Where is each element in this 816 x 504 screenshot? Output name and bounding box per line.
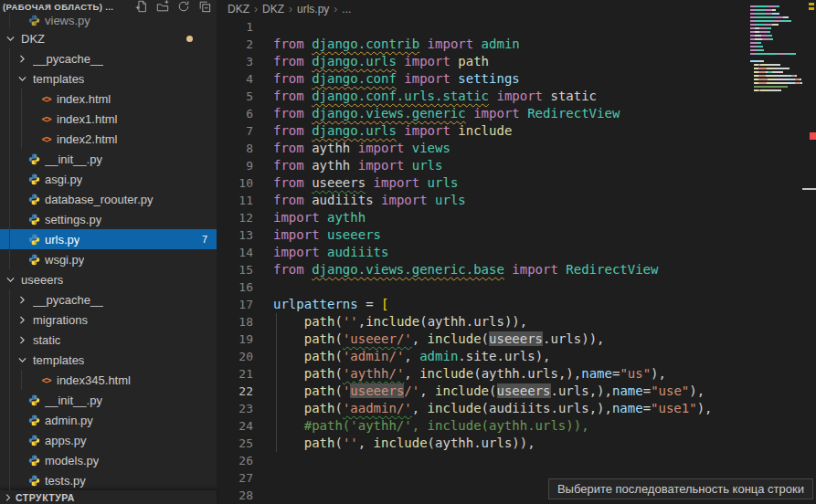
indent-guide (9, 470, 10, 490)
eol-tooltip: Выберите последовательность конца строки (548, 478, 813, 499)
python-file-icon (27, 415, 41, 426)
line-number: 14 (217, 244, 253, 261)
code-line-9[interactable]: 9from aythh import urls (217, 157, 816, 174)
line-number: 20 (217, 348, 253, 365)
code-line-12[interactable]: 12import aythh (217, 209, 816, 226)
chevron-right-icon[interactable] (16, 314, 29, 326)
line-content: path('useeer/', include(useeers.urls)), (273, 331, 605, 348)
python-file-icon (27, 254, 41, 266)
code-line-15[interactable]: 15from django.views.generic.base import … (217, 261, 816, 278)
indent-guide (9, 289, 10, 310)
code-line-8[interactable]: 8from aythh import views (217, 140, 816, 157)
tree-item-settings-py[interactable]: settings.py (0, 209, 217, 229)
chevron-right-icon[interactable] (16, 334, 29, 346)
code-line-23[interactable]: 23 path('aadmin/', include(audiiits.urls… (217, 400, 816, 417)
code-line-11[interactable]: 11from audiiits import urls (217, 192, 816, 209)
breadcrumb-item[interactable]: ... (342, 3, 351, 16)
code-line-6[interactable]: 6from django.views.generic import Redire… (217, 105, 816, 122)
tree-item-init-py[interactable]: __init__.py (0, 390, 217, 410)
code-line-24[interactable]: 24 #path('aythh/', include(aythh.urls)), (217, 417, 816, 435)
code-line-3[interactable]: 3from django.urls import path (217, 53, 816, 70)
tree-item-index2-html[interactable]: <>index2.html (0, 129, 217, 149)
tree-item-templates[interactable]: templates (0, 68, 217, 89)
breadcrumb-item[interactable]: DKZ (228, 3, 249, 16)
tree-item-migrations[interactable]: migrations (0, 310, 217, 330)
tree-item-tests-py[interactable]: tests.py (0, 470, 217, 490)
code-line-21[interactable]: 21 path('aythh/', include(aythh.urls,),n… (217, 365, 816, 383)
code-line-18[interactable]: 18 path('',include(aythh.urls)), (217, 313, 816, 331)
line-content: path('',include(aythh.urls)), (273, 313, 527, 331)
new-folder-icon[interactable] (156, 0, 169, 13)
code-line-14[interactable]: 14import audiiits (217, 244, 816, 261)
code-line-26[interactable]: 26 (217, 452, 816, 469)
tree-item-views-py[interactable]: views.py (0, 13, 217, 28)
code-line-22[interactable]: 22 path('useeers/', include(useeers.urls… (217, 383, 816, 400)
line-number: 21 (217, 365, 253, 383)
tree-item-pycache[interactable]: __pycache__ (0, 48, 217, 68)
code-area[interactable]: 12from django.contrib import admin3from … (217, 18, 816, 504)
refresh-icon[interactable] (177, 0, 190, 13)
minimap[interactable] (750, 2, 807, 104)
tree-item-wsgi-py[interactable]: wsgi.py (0, 249, 217, 269)
code-line-4[interactable]: 4from django.conf import settings (217, 70, 816, 88)
indent-guide (21, 129, 22, 149)
outline-section-header[interactable]: СТРУКТУРА (0, 490, 217, 504)
collapse-all-icon[interactable] (198, 0, 211, 13)
tree-item-asgi-py[interactable]: asgi.py (0, 169, 217, 189)
tree-item-apps-py[interactable]: apps.py (0, 430, 217, 450)
tree-item-admin-py[interactable]: admin.py (0, 410, 217, 430)
code-line-25[interactable]: 25 path('', include(aythh.urls)), (217, 435, 816, 452)
indent-guide (9, 109, 10, 129)
minimap-line (750, 2, 807, 4)
python-file-icon (27, 194, 41, 205)
chevron-down-icon[interactable] (16, 354, 29, 366)
code-line-17[interactable]: 17urlpatterns = [ (217, 296, 816, 313)
code-line-16[interactable]: 16 (217, 278, 816, 296)
line-content: from django.conf import settings (273, 70, 520, 88)
code-line-13[interactable]: 13import useeers (217, 226, 816, 244)
indent-guide (9, 310, 10, 330)
breadcrumb-item[interactable]: DKZ (262, 3, 284, 16)
code-line-7[interactable]: 7from django.urls import include (217, 122, 816, 140)
tree-item-templates[interactable]: templates (0, 350, 217, 370)
chevron-right-icon[interactable] (16, 53, 29, 65)
code-line-5[interactable]: 5from django.conf.urls.static import sta… (217, 88, 816, 105)
line-content: path('aythh/', include(aythh.urls,),name… (273, 365, 666, 383)
vscode-window: (РАБОЧАЯ ОБЛАСТЬ) ... views.pyDKZ__pycac… (0, 0, 816, 504)
line-number: 12 (217, 209, 253, 226)
code-line-20[interactable]: 20 path('admin/', admin.site.urls), (217, 348, 816, 365)
line-number: 7 (217, 122, 253, 140)
python-file-icon (27, 234, 41, 246)
tree-item-index345-html[interactable]: <>index345.html (0, 370, 217, 390)
file-name: apps.py (45, 434, 87, 447)
tree-item-dkz[interactable]: DKZ (0, 28, 217, 48)
line-number: 2 (217, 36, 253, 53)
chevron-down-icon[interactable] (4, 33, 17, 45)
chevron-right-icon[interactable] (16, 294, 29, 306)
chevron-down-icon[interactable] (16, 73, 29, 85)
tree-item-pycache[interactable]: __pycache__ (0, 289, 217, 310)
tree-item-urls-py[interactable]: urls.py7 (0, 229, 217, 249)
code-line-19[interactable]: 19 path('useeer/', include(useeers.urls)… (217, 331, 816, 348)
tree-item-static[interactable]: static (0, 330, 217, 350)
new-file-icon[interactable] (135, 0, 148, 13)
tree-item-index-html[interactable]: <>index.html (0, 89, 217, 109)
tree-item-models-py[interactable]: models.py (0, 450, 217, 470)
breadcrumb-item[interactable]: urls.py (297, 3, 329, 16)
tree-item-index1-html[interactable]: <>index1.html (0, 109, 217, 129)
minimap-line (750, 49, 807, 51)
chevron-down-icon[interactable] (4, 274, 17, 286)
line-content: from django.conf.urls.static import stat… (273, 88, 597, 105)
code-line-10[interactable]: 10from useeers import urls (217, 174, 816, 192)
problems-badge: 7 (202, 234, 207, 245)
overview-ruler-warning-marks (809, 3, 815, 12)
file-name: admin.py (45, 414, 93, 427)
code-line-1[interactable]: 1 (217, 18, 816, 36)
tree-item-init-py[interactable]: __init__.py (0, 149, 217, 169)
code-line-2[interactable]: 2from django.contrib import admin (217, 36, 816, 53)
minimap-line (750, 9, 807, 11)
indent-guide (21, 370, 22, 390)
tree-item-useeers[interactable]: useeers (0, 269, 217, 289)
tree-item-database-roouter-py[interactable]: database_roouter.py (0, 189, 217, 209)
file-name: __init__.py (45, 394, 102, 407)
